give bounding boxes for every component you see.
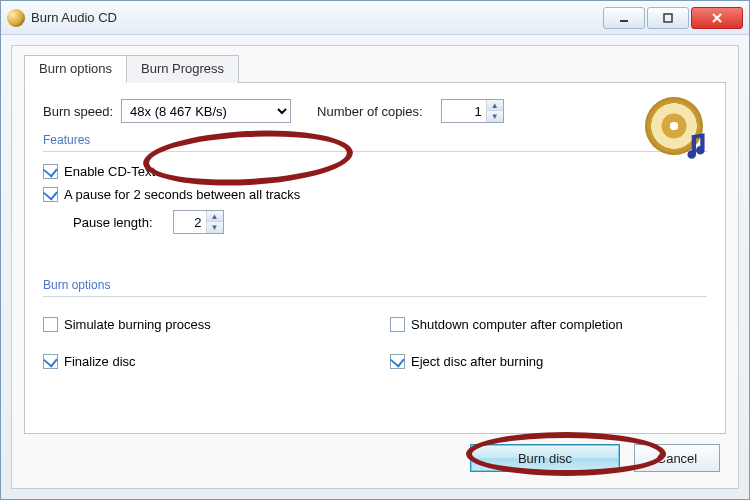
burn-audio-cd-window: Burn Audio CD Burn options Burn Progress [0,0,750,500]
copies-spinner[interactable]: ▲ ▼ [441,99,504,123]
pause-length-spinner[interactable]: ▲ ▼ [173,210,224,234]
burn-disc-button[interactable]: Burn disc [470,444,620,472]
dialog-content: Burn options Burn Progress Burn speed: 4… [11,45,739,489]
burn-options-divider [43,296,707,297]
copies-label: Number of copies: [317,104,423,119]
burn-speed-select[interactable]: 48x (8 467 KB/s) [121,99,291,123]
tab-strip: Burn options Burn Progress [24,54,726,83]
app-icon [7,9,25,27]
pause-row[interactable]: A pause for 2 seconds between all tracks [43,187,707,202]
window-title: Burn Audio CD [31,10,603,25]
minimize-button[interactable] [603,7,645,29]
svg-rect-1 [664,14,672,22]
dialog-buttons: Burn disc Cancel [24,434,726,476]
shutdown-label: Shutdown computer after completion [411,317,623,332]
copies-input[interactable] [442,102,486,121]
speed-row: Burn speed: 48x (8 467 KB/s) Number of c… [43,99,707,123]
pause-label: A pause for 2 seconds between all tracks [64,187,300,202]
burn-options-grid: Simulate burning process Shutdown comput… [43,309,707,377]
eject-label: Eject disc after burning [411,354,543,369]
burn-options-heading: Burn options [43,278,707,292]
music-note-icon [683,131,709,161]
eject-checkbox[interactable] [390,354,405,369]
simulate-label: Simulate burning process [64,317,211,332]
titlebar[interactable]: Burn Audio CD [1,1,749,35]
finalize-label: Finalize disc [64,354,136,369]
minimize-icon [618,12,630,24]
features-divider [43,151,707,152]
tab-burn-progress[interactable]: Burn Progress [126,55,239,83]
copies-down-button[interactable]: ▼ [487,111,503,122]
close-button[interactable] [691,7,743,29]
finalize-row[interactable]: Finalize disc [43,354,360,369]
pause-length-row: Pause length: ▲ ▼ [73,210,707,234]
cd-artwork [645,97,707,159]
cdtext-row[interactable]: Enable CD-Text [43,164,707,179]
shutdown-row[interactable]: Shutdown computer after completion [390,317,707,332]
tab-burn-options[interactable]: Burn options [24,55,127,83]
copies-up-button[interactable]: ▲ [487,100,503,111]
pause-length-down-button[interactable]: ▼ [207,222,223,233]
svg-rect-0 [620,20,628,22]
simulate-checkbox[interactable] [43,317,58,332]
features-heading: Features [43,133,707,147]
cdtext-label: Enable CD-Text [64,164,155,179]
burn-speed-label: Burn speed: [43,104,113,119]
simulate-row[interactable]: Simulate burning process [43,317,360,332]
maximize-button[interactable] [647,7,689,29]
maximize-icon [662,12,674,24]
pause-length-spin-buttons: ▲ ▼ [206,211,223,233]
finalize-checkbox[interactable] [43,354,58,369]
window-controls [603,7,743,29]
eject-row[interactable]: Eject disc after burning [390,354,707,369]
copies-spin-buttons: ▲ ▼ [486,100,503,122]
pause-length-label: Pause length: [73,215,153,230]
shutdown-checkbox[interactable] [390,317,405,332]
pause-length-up-button[interactable]: ▲ [207,211,223,222]
pause-checkbox[interactable] [43,187,58,202]
pause-length-input[interactable] [174,213,206,232]
close-icon [711,12,723,24]
options-panel: Burn speed: 48x (8 467 KB/s) Number of c… [24,83,726,434]
cdtext-checkbox[interactable] [43,164,58,179]
cancel-button[interactable]: Cancel [634,444,720,472]
